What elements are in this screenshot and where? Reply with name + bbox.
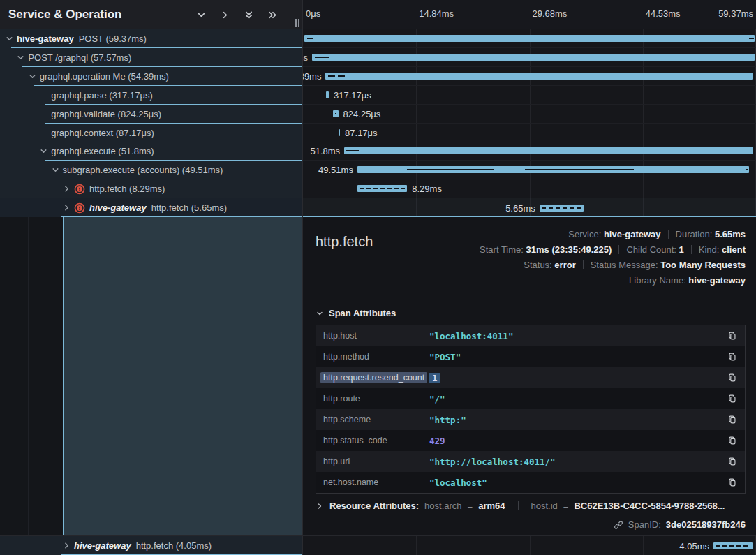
span-meta-line: Library Name: hive-gateway [480, 273, 746, 288]
span-timeline-cell[interactable]: 5.65ms [303, 198, 756, 217]
span-attributes-toggle[interactable]: Span Attributes [316, 308, 746, 318]
attribute-row: http.method"POST" [316, 346, 745, 367]
indent-guide [6, 217, 6, 536]
attribute-key: net.host.name [316, 478, 429, 487]
meta-value: 31ms (23:35:49.225) [526, 244, 612, 255]
copy-button[interactable] [720, 352, 745, 362]
chevron-down-icon[interactable] [27, 72, 38, 81]
span-timeline-cell[interactable]: 87.17μs [303, 124, 756, 142]
span-timeline-cell[interactable]: 824.25μs [303, 105, 756, 124]
copy-icon[interactable] [727, 352, 737, 362]
chevron-right-icon[interactable] [61, 203, 72, 212]
span-name-cell[interactable]: POST /graphql (57.57ms) [0, 48, 303, 67]
meta-divider [691, 245, 692, 254]
span-bar[interactable] [339, 129, 340, 136]
attribute-value: 429 [429, 436, 720, 446]
chevron-right-icon[interactable] [61, 541, 72, 550]
span-name-cell[interactable]: subgraph.execute (accounts) (49.51ms) [0, 161, 303, 179]
chevron-down-icon[interactable] [50, 165, 61, 175]
span-bar[interactable] [326, 91, 329, 98]
span-name-cell[interactable]: hive-gatewayhttp.fetch (5.65ms) [0, 198, 303, 217]
span-bar[interactable] [312, 54, 755, 61]
meta-value: error [554, 260, 575, 270]
child-span-mark [307, 38, 313, 39]
span-bar[interactable] [713, 542, 753, 549]
span-timeline-cell[interactable]: 57.57ms [303, 48, 756, 67]
span-bar[interactable] [344, 147, 753, 154]
span-timeline-cell[interactable]: 317.17μs [303, 86, 756, 105]
copy-button[interactable] [720, 331, 745, 341]
span-bar[interactable] [357, 185, 407, 192]
copy-icon[interactable] [727, 394, 737, 404]
span-name-cell[interactable]: hive-gatewayhttp.fetch (4.05ms) [0, 536, 303, 555]
span-title: http.fetch [316, 234, 373, 288]
selected-text: http.request.resend_count [320, 372, 427, 383]
operation-name: subgraph.execute (accounts) (49.51ms) [63, 165, 223, 175]
link-icon[interactable] [614, 520, 623, 530]
span-timeline-cell[interactable] [303, 29, 756, 48]
chevrons-right-icon[interactable] [267, 10, 278, 20]
span-name-cell[interactable]: graphql.parse (317.17μs) [0, 86, 303, 105]
span-duration-label: 8.29ms [412, 184, 442, 194]
copy-icon[interactable] [727, 457, 737, 466]
chevron-down-icon[interactable] [15, 53, 26, 62]
span-timeline-cell[interactable]: 51.8ms [303, 142, 756, 161]
chevron-right-icon[interactable] [220, 10, 230, 20]
copy-button[interactable] [720, 415, 745, 424]
span-id-row: SpanID: 3de02518937fb246 [614, 519, 746, 530]
span-name-cell[interactable]: graphql.execute (51.8ms) [0, 142, 303, 161]
resource-key: host.id [531, 501, 558, 511]
copy-button[interactable] [720, 394, 745, 404]
meta-label: Library Name: [629, 275, 688, 286]
error-icon [74, 202, 85, 214]
attribute-key: http.route [316, 394, 429, 404]
attribute-value: "http://localhost:4011/" [429, 457, 720, 467]
span-name-cell[interactable]: hive-gatewayPOST (59.37ms) [0, 29, 303, 48]
copy-button[interactable] [720, 436, 745, 445]
span-timeline-cell[interactable]: 8.29ms [303, 179, 756, 198]
chevrons-down-icon[interactable] [244, 10, 254, 20]
ruler-tick: 0μs [306, 8, 320, 19]
span-name-cell[interactable]: http.fetch (8.29ms) [0, 179, 303, 198]
copy-icon[interactable] [727, 478, 737, 487]
copy-button[interactable] [720, 373, 745, 383]
attribute-row: http.url"http://localhost:4011/" [316, 451, 745, 472]
chevron-down-icon[interactable] [196, 10, 207, 20]
resource-attributes-toggle[interactable]: Resource Attributes: host.arch=arm64host… [316, 501, 746, 511]
span-meta-line: Service: hive-gatewayDuration: 5.65ms [480, 227, 746, 242]
span-timeline-cell[interactable]: 4.05ms [303, 536, 756, 555]
meta-divider [618, 245, 619, 254]
resize-handle[interactable] [295, 19, 299, 27]
span-name-cell[interactable]: graphql.validate (824.25μs) [0, 105, 303, 124]
operation-name: graphql.execute (51.8ms) [51, 146, 154, 156]
copy-icon[interactable] [727, 415, 737, 424]
span-duration-label: 824.25μs [343, 108, 381, 119]
meta-label: Kind: [699, 244, 722, 255]
copy-button[interactable] [720, 457, 745, 466]
span-timeline-cell[interactable]: 54.39ms [303, 67, 756, 86]
copy-icon[interactable] [727, 331, 737, 341]
span-duration-label: 51.8ms [310, 146, 340, 156]
copy-icon[interactable] [727, 436, 737, 445]
span-name-cell[interactable]: graphql.context (87.17μs) [0, 124, 303, 142]
span-timeline-cell[interactable]: 49.51ms [303, 161, 756, 179]
chevron-down-icon[interactable] [4, 34, 15, 43]
attribute-value: "localhost:4011" [429, 331, 720, 341]
span-bar[interactable] [325, 73, 753, 80]
meta-value: client [722, 244, 746, 255]
operation-name: POST /graphql (57.57ms) [28, 52, 131, 63]
copy-icon[interactable] [727, 373, 737, 383]
attribute-row: net.host.name"localhost" [316, 472, 745, 493]
chevron-down-icon[interactable] [38, 147, 49, 156]
indent-guide [52, 217, 52, 536]
meta-divider [583, 260, 584, 269]
span-duration-label: 49.51ms [318, 165, 353, 175]
span-bar[interactable] [304, 35, 755, 42]
span-bar[interactable] [540, 205, 584, 212]
service-name: hive-gateway [74, 540, 131, 551]
attribute-value: 1 [429, 373, 720, 383]
span-name-cell[interactable]: graphql.operation Me (54.39ms) [0, 67, 303, 86]
chevron-right-icon[interactable] [61, 184, 72, 193]
copy-button[interactable] [720, 478, 745, 487]
span-row: POST /graphql (57.57ms)57.57ms [0, 48, 756, 67]
